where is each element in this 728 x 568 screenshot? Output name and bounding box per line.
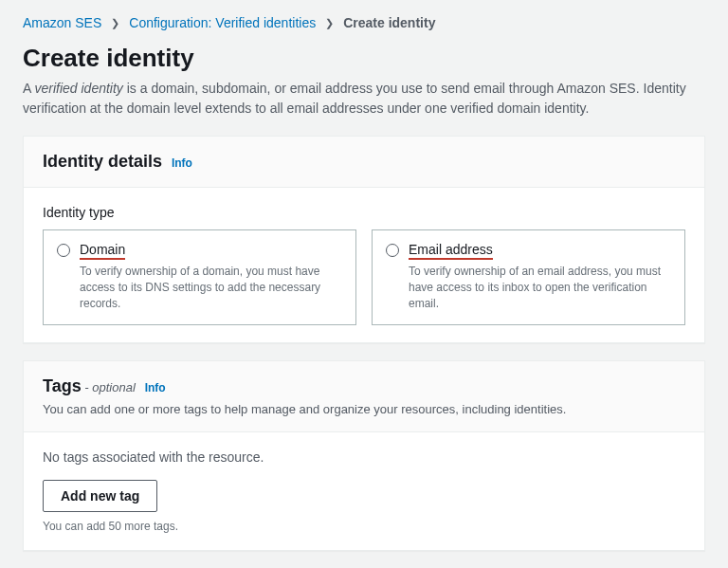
radio-option-email[interactable]: Email address To verify ownership of an …	[372, 229, 685, 325]
radio-description: To verify ownership of a domain, you mus…	[80, 264, 342, 311]
radio-icon	[386, 244, 399, 257]
page-description: A verified identity is a domain, subdoma…	[23, 79, 705, 119]
identity-type-options: Domain To verify ownership of a domain, …	[43, 229, 685, 325]
identity-details-panel: Identity details Info Identity type Doma…	[23, 136, 705, 343]
page-title: Create identity	[23, 44, 705, 73]
radio-description: To verify ownership of an email address,…	[409, 264, 671, 311]
breadcrumb-link-ses[interactable]: Amazon SES	[23, 15, 101, 30]
empty-tags-message: No tags associated with the resource.	[43, 449, 685, 465]
radio-option-domain[interactable]: Domain To verify ownership of a domain, …	[43, 229, 356, 325]
info-link[interactable]: Info	[145, 381, 166, 394]
add-new-tag-button[interactable]: Add new tag	[43, 480, 157, 512]
panel-title: Identity details	[43, 152, 162, 171]
tags-description: You can add one or more tags to help man…	[43, 402, 685, 416]
breadcrumb: Amazon SES ❯ Configuration: Verified ide…	[23, 15, 705, 30]
chevron-right-icon: ❯	[325, 17, 334, 29]
panel-body: Identity type Domain To verify ownership…	[24, 188, 704, 342]
radio-icon	[57, 244, 70, 257]
optional-label: - optional	[82, 380, 136, 394]
panel-title: Tags	[43, 376, 82, 395]
breadcrumb-current: Create identity	[343, 15, 435, 30]
tag-limit-message: You can add 50 more tags.	[43, 520, 685, 533]
panel-header: Identity details Info	[24, 137, 704, 188]
tags-panel: Tags - optional Info You can add one or …	[23, 360, 705, 551]
info-link[interactable]: Info	[172, 156, 192, 170]
chevron-right-icon: ❯	[111, 17, 119, 29]
identity-type-label: Identity type	[43, 205, 685, 220]
breadcrumb-link-config[interactable]: Configuration: Verified identities	[129, 15, 316, 30]
radio-title: Domain	[80, 242, 125, 260]
radio-title: Email address	[409, 242, 493, 260]
panel-body: No tags associated with the resource. Ad…	[24, 432, 704, 550]
panel-header: Tags - optional Info You can add one or …	[24, 361, 704, 432]
